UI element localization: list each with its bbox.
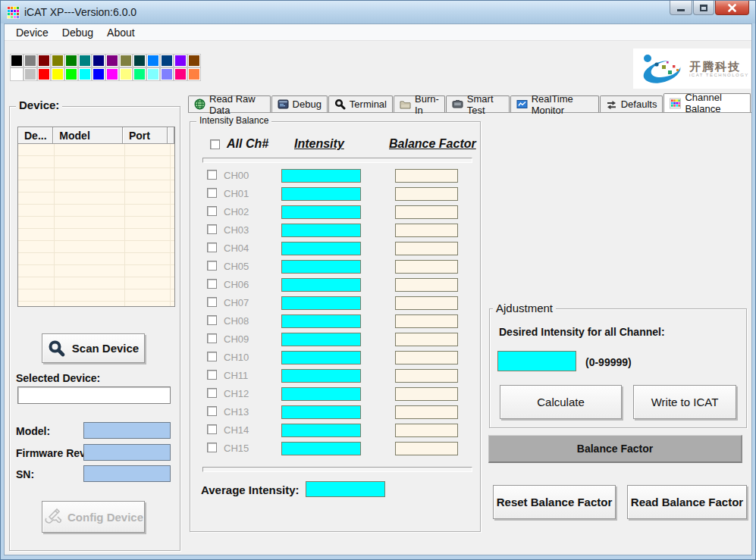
channel-checkbox[interactable]: [207, 352, 217, 361]
channel-checkbox[interactable]: [207, 297, 217, 307]
channel-intensity-field[interactable]: [281, 369, 361, 383]
tab-debug[interactable]: Debug: [271, 95, 328, 112]
reset-balance-factor-button[interactable]: Reset Balance Factor: [493, 485, 616, 519]
channel-balance-field[interactable]: [395, 424, 458, 437]
palette-swatch[interactable]: [11, 55, 23, 67]
channel-checkbox[interactable]: [207, 261, 217, 271]
palette-swatch[interactable]: [38, 55, 50, 67]
channel-checkbox[interactable]: [207, 333, 217, 343]
menu-item-about[interactable]: About: [100, 25, 142, 40]
channel-intensity-field[interactable]: [281, 260, 361, 274]
channel-balance-field[interactable]: [395, 187, 458, 201]
palette-swatch[interactable]: [161, 68, 173, 80]
channel-checkbox[interactable]: [207, 224, 217, 234]
channel-intensity-field[interactable]: [281, 387, 361, 401]
palette-swatch[interactable]: [120, 55, 132, 67]
channel-checkbox[interactable]: [207, 206, 217, 216]
tab-terminal[interactable]: Terminal: [328, 95, 393, 112]
palette-swatch[interactable]: [38, 68, 50, 80]
palette-swatch[interactable]: [65, 68, 77, 80]
menu-item-device[interactable]: Device: [9, 25, 55, 40]
tab-channel-balance[interactable]: Channel Balance: [663, 93, 751, 112]
channel-balance-field[interactable]: [395, 369, 458, 383]
palette-swatch[interactable]: [174, 68, 187, 80]
channel-balance-field[interactable]: [395, 387, 458, 401]
channel-balance-field[interactable]: [395, 314, 458, 328]
channel-checkbox[interactable]: [207, 406, 217, 416]
maximize-button[interactable]: [693, 1, 714, 15]
channel-intensity-field[interactable]: [281, 424, 361, 437]
palette-swatch[interactable]: [133, 55, 146, 67]
channel-balance-field[interactable]: [395, 333, 458, 346]
table-header-model[interactable]: Model: [53, 127, 123, 144]
device-table[interactable]: De...ModelPort: [17, 127, 175, 307]
channel-checkbox[interactable]: [207, 315, 217, 325]
palette-swatch[interactable]: [93, 68, 105, 80]
palette-swatch[interactable]: [52, 55, 64, 67]
palette-swatch[interactable]: [106, 68, 118, 80]
palette-swatch[interactable]: [24, 55, 36, 67]
palette-swatch[interactable]: [174, 55, 187, 67]
channel-balance-field[interactable]: [395, 442, 458, 455]
tab-smart-test[interactable]: Smart Test: [446, 95, 510, 112]
channel-checkbox[interactable]: [207, 279, 217, 289]
channel-intensity-field[interactable]: [281, 442, 361, 455]
palette-swatch[interactable]: [188, 68, 200, 80]
palette-swatch[interactable]: [161, 55, 173, 67]
palette-swatch[interactable]: [106, 55, 118, 67]
palette-swatch[interactable]: [24, 68, 36, 80]
selected-device-input[interactable]: [17, 386, 171, 404]
write-to-icat-button[interactable]: Write to ICAT: [633, 385, 736, 419]
channel-intensity-field[interactable]: [281, 205, 361, 219]
channel-intensity-field[interactable]: [281, 278, 361, 292]
channel-intensity-field[interactable]: [281, 314, 361, 328]
table-header-port[interactable]: Port: [123, 127, 168, 144]
desired-intensity-input[interactable]: [497, 351, 576, 371]
channel-balance-field[interactable]: [395, 224, 458, 237]
channel-intensity-field[interactable]: [281, 351, 361, 364]
channel-intensity-field[interactable]: [281, 296, 361, 310]
channel-intensity-field[interactable]: [281, 405, 361, 419]
channel-balance-field[interactable]: [395, 278, 458, 292]
tab-read-raw-data[interactable]: Read Raw Data: [188, 95, 271, 112]
palette-swatch[interactable]: [65, 55, 77, 67]
channel-balance-field[interactable]: [395, 351, 458, 364]
table-header-filler[interactable]: [168, 127, 174, 144]
palette-swatch[interactable]: [133, 68, 146, 80]
tab-realtime-monitor[interactable]: RealTime Monitor: [510, 95, 599, 112]
scan-device-button[interactable]: Scan Device: [42, 333, 145, 363]
channel-checkbox[interactable]: [207, 388, 217, 398]
channel-balance-field[interactable]: [395, 405, 458, 419]
minimize-button[interactable]: [670, 1, 692, 15]
palette-swatch[interactable]: [147, 68, 159, 80]
palette-swatch[interactable]: [120, 68, 132, 80]
channel-intensity-field[interactable]: [281, 333, 361, 346]
palette-swatch[interactable]: [79, 55, 91, 67]
all-channels-checkbox[interactable]: [210, 139, 220, 149]
channel-checkbox[interactable]: [207, 188, 217, 198]
channel-intensity-field[interactable]: [281, 169, 361, 183]
palette-swatch[interactable]: [188, 55, 200, 67]
channel-intensity-field[interactable]: [281, 242, 361, 255]
channel-checkbox[interactable]: [207, 170, 217, 180]
channel-balance-field[interactable]: [395, 205, 458, 219]
close-button[interactable]: [715, 1, 749, 15]
table-header-de[interactable]: De...: [18, 127, 53, 144]
channel-balance-field[interactable]: [395, 260, 458, 274]
config-device-button[interactable]: Config Device: [42, 501, 145, 533]
tab-defaults[interactable]: Defaults: [600, 95, 663, 112]
channel-balance-field[interactable]: [395, 169, 458, 183]
channel-intensity-field[interactable]: [281, 187, 361, 201]
channel-checkbox[interactable]: [207, 370, 217, 380]
palette-swatch[interactable]: [147, 55, 159, 67]
palette-swatch[interactable]: [79, 68, 91, 80]
channel-checkbox[interactable]: [207, 424, 217, 434]
calculate-button[interactable]: Calculate: [500, 385, 622, 419]
channel-balance-field[interactable]: [395, 242, 458, 255]
channel-checkbox[interactable]: [207, 443, 217, 452]
palette-swatch[interactable]: [93, 55, 105, 67]
palette-swatch[interactable]: [52, 68, 64, 80]
channel-checkbox[interactable]: [207, 242, 217, 252]
tab-burn-in[interactable]: Burn-In: [394, 95, 445, 112]
channel-intensity-field[interactable]: [281, 224, 361, 237]
